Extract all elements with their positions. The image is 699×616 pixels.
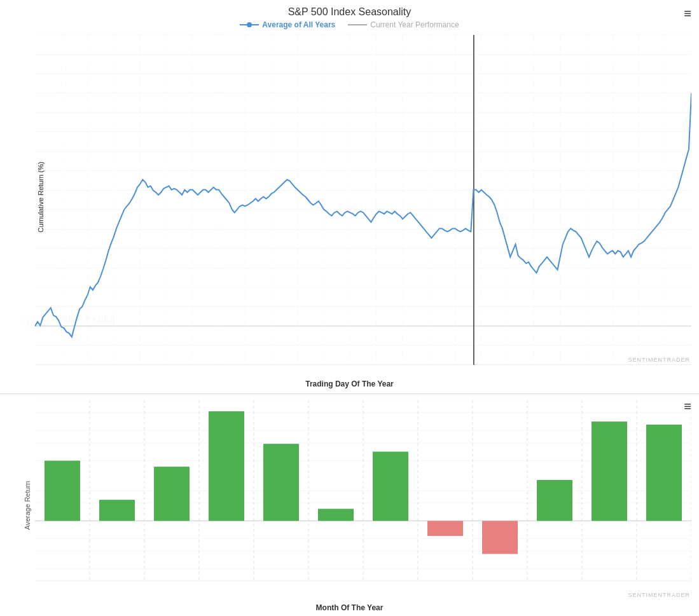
legend-label-1: Average of All Years <box>262 20 335 29</box>
legend-line-gray <box>348 24 367 25</box>
x-axis-label-bottom: Month Of The Year <box>316 603 384 612</box>
x-axis-label-top: Trading Day Of The Year <box>305 380 394 388</box>
bar-dec <box>646 425 682 521</box>
bar-aug <box>427 521 463 536</box>
top-chart-svg: 7.5 7 6.5 6 5.5 5 4.5 4 3.5 3 2.5 2 1.5 … <box>35 35 691 365</box>
bar-may <box>263 444 299 521</box>
bar-mar <box>154 467 190 521</box>
sentimentrader-branding-bottom: SENTIMENTRADER <box>628 591 690 598</box>
bar-nov <box>592 421 627 521</box>
bottom-chart-svg: 2.0% 1.8% 1.5% 1.3% 1.0% 0.5% 0.3% 0.0% … <box>35 400 691 581</box>
y-axis-label-bottom: Average Return <box>24 481 31 530</box>
sentimentrader-branding-top: SENTIMENTRADER <box>628 356 690 363</box>
bar-jul <box>373 451 408 521</box>
legend: Average of All Years Current Year Perfor… <box>0 20 699 29</box>
top-chart: ≡ S&P 500 Index Seasonality Average of A… <box>0 0 699 394</box>
watermark-top: 🔍 SENTIMENTRADER Analysis over Emotion <box>19 315 116 330</box>
bar-sep <box>482 521 518 554</box>
bar-oct <box>537 480 572 521</box>
top-chart-area: 7.5 7 6.5 6 5.5 5 4.5 4 3.5 3 2.5 2 1.5 … <box>35 35 691 365</box>
legend-item-1: Average of All Years <box>240 20 335 29</box>
chart-title: S&P 500 Index Seasonality <box>0 0 699 18</box>
legend-label-2: Current Year Performance <box>370 20 459 29</box>
bar-jun <box>318 509 354 521</box>
bar-jan <box>45 461 80 521</box>
hamburger-menu-top[interactable]: ≡ <box>684 6 691 21</box>
legend-item-2: Current Year Performance <box>348 20 459 29</box>
bar-feb <box>99 500 135 521</box>
bar-apr <box>209 411 244 521</box>
bottom-chart-area: 2.0% 1.8% 1.5% 1.3% 1.0% 0.5% 0.3% 0.0% … <box>35 400 691 581</box>
y-axis-label-top-label: Cumulative Return (%) <box>37 161 45 232</box>
legend-line-blue <box>240 24 259 25</box>
main-container: ≡ S&P 500 Index Seasonality Average of A… <box>0 0 699 616</box>
bottom-chart: ≡ Average Return <box>0 394 699 616</box>
